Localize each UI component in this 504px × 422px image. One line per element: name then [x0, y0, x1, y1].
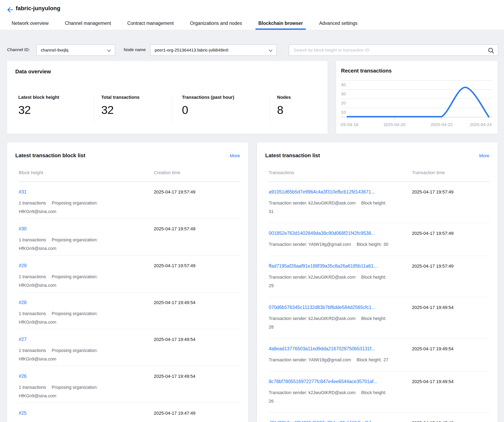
tx-sender-label: Transaction sender: — [269, 357, 307, 362]
tx-count: 1 transactions — [19, 348, 46, 353]
tx-hash-link[interactable]: 4a8ead13776503a11ed9dda2167028750b53131f… — [269, 346, 375, 351]
data-overview-title: Data overview — [15, 68, 51, 75]
page-title: fabric-junyulong — [16, 5, 60, 12]
tx-hash-link[interactable]: d31d93b3ec6f64005d5027e72dec29cbf47dbe4b… — [269, 420, 375, 422]
tx-sender-label: Transaction sender: — [269, 275, 307, 280]
block-height-link[interactable]: #28 — [19, 300, 26, 305]
node-select[interactable]: peer1-org-251364413.fabric-jv8i849in0 — [150, 44, 277, 56]
tx-count: 1 transactions — [19, 311, 46, 316]
recent-transactions-card: Recent transactions 403020102025-04-1820… — [336, 61, 498, 134]
block-height-link[interactable]: #27 — [19, 337, 26, 342]
block-list-title: Latest transaction block list — [15, 152, 85, 159]
block-height-value: 26 — [269, 398, 411, 405]
tx-sender-label: Transaction sender: — [269, 201, 307, 206]
transaction-time: 2025-04-17 19:47:49 — [412, 420, 453, 422]
block-height-label: Block height: — [361, 201, 386, 206]
tab-organizations-and-nodes[interactable]: Organizations and nodes — [187, 21, 245, 30]
block-height-link[interactable]: #25 — [19, 410, 26, 416]
block-height-link[interactable]: #26 — [19, 374, 26, 379]
tx-table-row: 001852e763d1402849da38c90d068f21f42fc953… — [269, 223, 489, 256]
block-table-row: #28 2025-04-17 19:49:54 1 transactionsPr… — [19, 292, 240, 329]
proposing-org-label: Proposing organization: — [52, 311, 98, 316]
creation-time: 2025-04-17 19:49:54 — [154, 337, 195, 342]
arrow-left-icon — [6, 6, 14, 14]
tx-sender-label: Transaction sender: — [269, 242, 307, 247]
chevron-down-icon — [268, 48, 273, 53]
tx-sender-value: k2JwuGtKRD@ask.com — [308, 316, 355, 321]
tx-sender-value: k2JwuGtKRD@ask.com — [308, 275, 355, 280]
transaction-time: 2025-04-17 19:49:54 — [412, 346, 453, 351]
proposing-org-label: Proposing organization: — [52, 274, 98, 279]
block-height-link[interactable]: #29 — [19, 263, 26, 268]
column-block-height: Block height — [19, 170, 43, 175]
block-height-value: 31 — [269, 208, 411, 215]
creation-time: 2025-04-17 19:57:49 — [154, 226, 195, 232]
tx-table-row: ffad7195af28aaf91e188f39a35c8a26a6185b11… — [269, 256, 489, 297]
tab-network-overview[interactable]: Network overview — [9, 21, 52, 30]
block-table-row: #25 2025-04-17 19:47:49 1 transactionsPr… — [19, 403, 240, 422]
proposing-org-value: HfKGn9@sina.com — [19, 208, 161, 215]
divider — [94, 94, 94, 124]
tx-table-row: 4a8ead13776503a11ed9dda2167028750b53131f… — [269, 339, 489, 371]
tx-count: 1 transactions — [19, 274, 46, 279]
proposing-org-label: Proposing organization: — [52, 385, 98, 390]
block-height-link[interactable]: #30 — [19, 226, 26, 232]
proposing-org-label: Proposing organization: — [52, 348, 98, 353]
tx-count: 1 transactions — [19, 385, 46, 390]
svg-text:40: 40 — [341, 82, 346, 87]
tab-advanced-settings[interactable]: Advanced settings — [316, 21, 360, 30]
back-button[interactable] — [6, 6, 15, 14]
search-icon[interactable] — [488, 47, 495, 55]
recent-transactions-chart: 403020102025-04-182025-04-202025-04-2220… — [341, 74, 492, 131]
filter-row: Channel ID: channel-9xejbj Node name pee… — [0, 44, 504, 56]
transaction-time: 2025-04-17 19:57:49 — [412, 231, 453, 236]
tx-sender-value: k2JwuGtKRD@ask.com — [308, 390, 355, 395]
tx-table-row: a91051d65b5d7e9964c4a3f310efbcb12fd14367… — [269, 182, 489, 223]
block-height-label: Block height: — [357, 242, 382, 247]
block-list-more-link[interactable]: More — [230, 153, 240, 158]
channel-select[interactable]: channel-9xejbj — [36, 44, 115, 56]
tx-hash-link[interactable]: a91051d65b5d7e9964c4a3f310efbcb12fd14367… — [269, 189, 375, 195]
block-table-row: #26 2025-04-17 19:49:54 1 transactionsPr… — [19, 366, 240, 403]
tx-hash-link[interactable]: 001852e763d1402849da38c90d068f21f42fc953… — [269, 231, 375, 236]
chevron-down-icon — [107, 48, 111, 53]
svg-text:10: 10 — [341, 110, 346, 114]
stat-transactions-past-hour: Transactions (past hour) 0 — [182, 95, 234, 117]
proposing-org-value: HfKGn9@sina.com — [19, 282, 161, 289]
tab-contract-management[interactable]: Contract management — [125, 21, 177, 30]
column-transactions: Transactions — [269, 170, 294, 175]
channel-select-value: channel-9xejbj — [41, 48, 68, 53]
channel-id-label: Channel ID: — [7, 47, 30, 52]
tx-count: 1 transactions — [19, 201, 46, 206]
block-table-row: #27 2025-04-17 19:49:54 1 transactionsPr… — [19, 329, 240, 366]
stat-latest-block-height: Latest block height 32 — [18, 95, 59, 117]
block-list-header: Block height Creation time — [19, 170, 240, 182]
block-height-label: Block height: — [357, 357, 382, 362]
block-table-row: #30 2025-04-17 19:57:49 1 transactionsPr… — [19, 219, 240, 256]
tx-list-title: Latest transaction list — [265, 152, 320, 159]
tab-bar: Network overview Channel management Cont… — [9, 21, 360, 30]
tx-hash-link[interactable]: 070d6b576345c11132d83b7bf6dde584d2565cfc… — [269, 305, 375, 310]
block-table-row: #29 2025-04-17 19:57:49 1 transactionsPr… — [19, 256, 240, 292]
svg-text:2025-04-20: 2025-04-20 — [384, 122, 405, 127]
block-height-value: 28 — [269, 323, 411, 331]
block-list-card: Latest transaction block list More Block… — [7, 143, 248, 422]
tx-hash-link[interactable]: ffad7195af28aaf91e188f39a35c8a26a6185b11… — [269, 263, 378, 269]
block-height-label: Block height: — [361, 316, 386, 321]
proposing-org-value: HfKGn9@sina.com — [19, 245, 161, 252]
tx-list-more-link[interactable]: More — [479, 153, 489, 158]
tab-channel-management[interactable]: Channel management — [62, 21, 114, 30]
block-height-value: 27 — [383, 357, 388, 362]
tx-list-card: Latest transaction list More Transaction… — [257, 143, 498, 422]
tx-sender-label: Transaction sender: — [269, 390, 307, 395]
block-height-link[interactable]: #31 — [19, 189, 26, 195]
node-select-value: peer1-org-251364413.fabric-jv8i849in0 — [155, 48, 228, 53]
stat-nodes: Nodes 8 — [277, 95, 291, 117]
tab-blockchain-browser[interactable]: Blockchain browser — [255, 21, 306, 30]
creation-time: 2025-04-17 19:49:54 — [154, 300, 195, 305]
tx-table-row: 8c78bf7805516972277fc847e4ee6544ace35701… — [269, 371, 489, 413]
block-list-body: #31 2025-04-17 19:57:49 1 transactionsPr… — [19, 182, 240, 422]
block-height-label: Block height: — [361, 390, 386, 395]
search-input[interactable] — [289, 45, 498, 55]
tx-hash-link[interactable]: 8c78bf7805516972277fc847e4ee6544ace35701… — [269, 379, 377, 384]
